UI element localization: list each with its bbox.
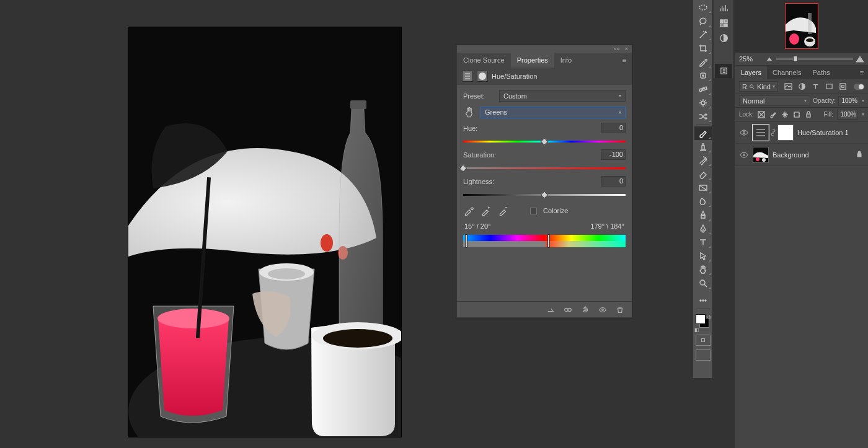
layer-name[interactable]: Hue/Saturation 1 (797, 129, 864, 136)
default-colors-icon[interactable]: ◧ (694, 327, 699, 333)
quickmask-icon[interactable] (696, 335, 711, 346)
lock-pixels-icon[interactable] (769, 110, 777, 118)
saturation-value[interactable]: -100 (601, 149, 626, 160)
lasso-tool[interactable] (694, 14, 712, 28)
shuffle-tool[interactable] (694, 110, 712, 123)
tab-channels[interactable]: Channels (767, 66, 807, 79)
link-icon[interactable] (770, 129, 776, 136)
zoom-slider[interactable] (776, 58, 853, 60)
delete-icon[interactable] (614, 304, 626, 315)
chevron-down-icon[interactable]: ▾ (862, 98, 864, 103)
filter-image-icon[interactable] (784, 82, 793, 91)
zoom-value[interactable]: 25% (739, 55, 763, 63)
eyedropper-plus-icon[interactable] (480, 205, 492, 216)
saturation-slider[interactable] (463, 165, 626, 171)
path-select-tool[interactable] (694, 249, 712, 263)
visibility-icon[interactable] (739, 151, 749, 159)
layer-name[interactable]: Background (773, 151, 852, 159)
color-range-strip[interactable] (463, 235, 626, 247)
gear-tool[interactable] (694, 96, 712, 110)
gradient-tool[interactable] (694, 181, 712, 195)
filter-smart-icon[interactable] (839, 82, 848, 91)
dodge-tool[interactable] (694, 208, 712, 222)
type-tool[interactable] (694, 235, 712, 249)
histogram-panel-icon[interactable] (715, 1, 732, 15)
range-right-readout: 179° \ 184° (590, 222, 624, 230)
crop-tool[interactable] (694, 42, 712, 55)
lock-icon[interactable] (856, 151, 864, 159)
zoom-tool[interactable] (694, 276, 712, 290)
view-previous-icon[interactable] (562, 304, 574, 315)
healing-brush-tool[interactable] (694, 69, 712, 82)
adjustments-panel-icon[interactable] (715, 31, 732, 45)
panel-menu-icon[interactable]: ≡ (856, 66, 868, 79)
filter-type-icon[interactable] (812, 82, 820, 91)
layer-row[interactable]: Background (735, 144, 868, 166)
filter-adjustment-icon[interactable] (798, 82, 807, 91)
fill-value[interactable]: 100% (837, 110, 858, 120)
chevron-down-icon[interactable]: ▾ (862, 112, 864, 117)
ruler-tool[interactable] (694, 82, 712, 96)
smudge-tool[interactable] (694, 195, 712, 208)
filter-toggle[interactable] (854, 84, 864, 90)
reset-icon[interactable] (580, 304, 591, 315)
brush-tool[interactable] (694, 126, 712, 140)
tab-info[interactable]: Info (554, 53, 578, 68)
hand-tool[interactable] (694, 263, 712, 276)
blend-mode-value: Normal (743, 97, 764, 105)
filter-kind-dropdown[interactable]: R Kind ▾ (739, 81, 778, 92)
collapse-icon[interactable]: «« (614, 46, 620, 52)
panel-menu-icon[interactable]: ≡ (617, 53, 632, 68)
zoom-out-icon[interactable] (765, 55, 774, 63)
color-panel-icon[interactable] (715, 16, 732, 30)
hue-value[interactable]: 0 (601, 123, 626, 133)
pen-tool[interactable] (694, 222, 712, 235)
zoom-in-icon[interactable] (856, 55, 864, 63)
preset-dropdown[interactable]: Custom ▾ (499, 90, 626, 102)
opacity-value[interactable]: 100% (838, 96, 859, 106)
adjustment-thumbnail[interactable] (753, 125, 769, 141)
tab-clone-source[interactable]: Clone Source (457, 53, 511, 68)
colorize-checkbox[interactable] (530, 208, 537, 214)
lock-artboard-icon[interactable] (793, 110, 801, 118)
visibility-icon[interactable] (739, 128, 749, 137)
edit-toolbar-icon[interactable] (694, 294, 712, 307)
tab-layers[interactable]: Layers (735, 66, 767, 79)
layer-thumbnail[interactable] (753, 147, 769, 163)
history-brush-tool[interactable] (694, 154, 712, 167)
clone-stamp-tool[interactable] (694, 140, 712, 154)
mask-thumbnail[interactable] (777, 125, 794, 141)
lock-position-icon[interactable] (781, 110, 789, 118)
eyedropper-icon[interactable] (463, 205, 474, 216)
filter-shape-icon[interactable] (825, 82, 834, 91)
marquee-ellipse-tool[interactable] (694, 1, 712, 14)
close-icon[interactable]: × (625, 46, 628, 52)
eyedropper-minus-icon[interactable] (498, 205, 509, 216)
clip-to-layer-icon[interactable] (545, 304, 556, 315)
hue-slider[interactable] (463, 138, 626, 144)
lightness-value[interactable]: 0 (601, 176, 626, 187)
toggle-visibility-icon[interactable] (597, 304, 608, 315)
color-channel-dropdown[interactable]: Greens ▾ (480, 107, 626, 118)
layer-row[interactable]: Hue/Saturation 1 (735, 121, 868, 144)
lightness-slider[interactable] (463, 191, 626, 198)
fg-color-swatch[interactable] (696, 314, 706, 324)
blend-mode-dropdown[interactable]: Normal ▾ (739, 95, 810, 106)
magic-wand-tool[interactable] (694, 28, 712, 42)
screenmode-icon[interactable] (696, 349, 711, 361)
svg-point-50 (762, 158, 766, 162)
eraser-tool[interactable] (694, 167, 712, 181)
navigator-panel[interactable] (735, 0, 868, 52)
eyedropper-tool[interactable] (694, 55, 712, 69)
svg-point-36 (750, 84, 753, 87)
lock-transparency-icon[interactable] (758, 110, 766, 118)
navigator-thumbnail[interactable] (785, 3, 818, 49)
panel-titlebar[interactable]: «« × (457, 45, 632, 53)
document-image[interactable] (128, 27, 401, 437)
lock-all-icon[interactable] (805, 110, 813, 118)
scrubby-hand-icon[interactable] (463, 105, 477, 119)
fg-bg-swatches[interactable]: ⇄ ◧ (694, 314, 712, 333)
tab-paths[interactable]: Paths (807, 66, 836, 79)
properties-panel-icon[interactable] (715, 64, 732, 78)
tab-properties[interactable]: Properties (511, 53, 554, 68)
